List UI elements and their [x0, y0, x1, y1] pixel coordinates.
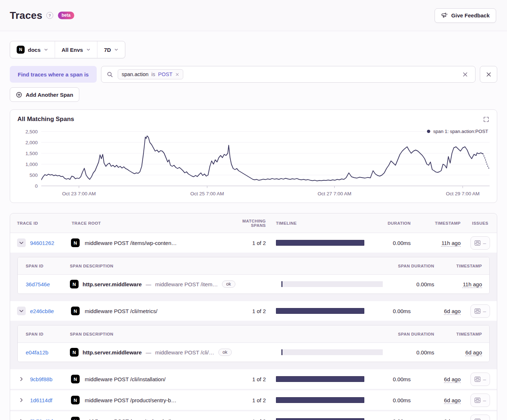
issues-empty-dash: – — [483, 418, 486, 420]
nextjs-icon: N — [17, 46, 25, 54]
timestamp-value[interactable]: 6d ago — [444, 397, 461, 403]
span-status-badge: ok — [218, 349, 232, 356]
beta-badge: beta — [58, 12, 74, 19]
span-timestamp-value[interactable]: 11h ago — [463, 281, 482, 287]
filter-token-operator: is — [151, 71, 155, 77]
span-id-link[interactable]: 36d7546e — [26, 281, 50, 287]
trace-root-label: middleware POST /cli/installation/ — [85, 376, 165, 382]
nextjs-icon: N — [70, 348, 79, 357]
remove-token-icon[interactable] — [175, 72, 179, 76]
issues-empty-dash: – — [483, 308, 486, 314]
span-search-input[interactable]: span.action is POST — [101, 66, 475, 83]
duration-value: 0.00ms — [374, 308, 414, 314]
chart-x-axis: Oct 23 7:00 AMOct 25 7:00 AMOct 27 7:00 … — [41, 190, 490, 199]
trace-root-label: middleware POST /product/sentry-b… — [85, 397, 176, 403]
clear-search-button[interactable] — [461, 70, 470, 79]
table-row[interactable]: 5b72a6bf N middleware POST /security-leg… — [10, 411, 497, 420]
matching-spans-value: 1 of 2 — [237, 240, 266, 246]
issues-button[interactable]: – — [470, 394, 490, 407]
expand-chevron-button[interactable] — [17, 307, 26, 315]
span-subtable-wrap: SPAN ID SPAN DESCRIPTION SPAN DURATION T… — [10, 321, 497, 368]
table-row[interactable]: e246cb8e N middleware POST /cli/metrics/… — [10, 301, 497, 321]
span-status-badge: ok — [222, 280, 235, 288]
fullscreen-button[interactable] — [482, 115, 490, 124]
span-timeline-bar[interactable] — [281, 349, 383, 355]
span-timestamp-value[interactable]: 6d ago — [465, 349, 482, 355]
environment-selector[interactable]: All Envs — [55, 41, 97, 58]
issues-button[interactable]: – — [470, 415, 490, 420]
issues-button[interactable]: – — [470, 373, 490, 386]
timestamp-value[interactable]: 6d ago — [444, 418, 461, 420]
span-row[interactable]: 36d7546e N http.server.middleware — midd… — [18, 275, 489, 294]
span-timeline-tick — [281, 281, 282, 287]
filter-token[interactable]: span.action is POST — [118, 69, 183, 79]
trace-id-link[interactable]: 9cb9f88b — [30, 376, 53, 382]
timestamp-value[interactable]: 6d ago — [444, 376, 461, 382]
trace-group: 1d6114df N middleware POST /product/sent… — [10, 390, 497, 410]
duration-value: 0.00ms — [374, 418, 414, 420]
y-tick-label: 2,500 — [25, 129, 38, 134]
col-span-timestamp: TIMESTAMP — [437, 264, 489, 268]
span-duration-value: 0.00ms — [386, 349, 437, 355]
matching-spans-value: 1 of 2 — [237, 308, 266, 314]
col-span-description: SPAN DESCRIPTION — [70, 264, 278, 268]
span-id-link[interactable]: e04fa12b — [26, 349, 49, 355]
chevron-down-icon — [19, 240, 24, 245]
help-icon[interactable]: ? — [46, 12, 53, 19]
add-another-span-button[interactable]: Add Another Span — [10, 87, 79, 102]
chart-legend: span 1: span.action:POST — [427, 129, 488, 134]
x-tick-label: Oct 23 7:00 AM — [62, 191, 96, 196]
x-tick-label: Oct 27 7:00 AM — [318, 191, 351, 196]
trace-id-link[interactable]: 1d6114df — [30, 397, 52, 403]
date-range-selector-label: 7D — [104, 47, 111, 53]
span-subtable: SPAN ID SPAN DESCRIPTION SPAN DURATION T… — [17, 325, 490, 362]
issues-empty-dash: – — [483, 240, 486, 246]
timestamp-value[interactable]: 6d ago — [444, 308, 461, 314]
trace-id-link[interactable]: 5b72a6bf — [30, 418, 53, 420]
chevron-down-icon — [19, 308, 24, 313]
timeline-bar[interactable] — [276, 418, 364, 420]
table-row[interactable]: 1d6114df N middleware POST /product/sent… — [10, 390, 497, 410]
timeline-bar[interactable] — [276, 397, 364, 403]
x-tick-label: Oct 25 7:00 AM — [190, 191, 224, 196]
expand-chevron-button[interactable] — [17, 238, 26, 247]
expand-chevron-button[interactable] — [17, 396, 26, 404]
nextjs-icon: N — [71, 396, 80, 404]
timestamp-value[interactable]: 11h ago — [441, 240, 461, 246]
issues-button[interactable]: – — [470, 236, 490, 250]
table-row[interactable]: 9cb9f88b N middleware POST /cli/installa… — [10, 369, 497, 389]
col-timestamp: TIMESTAMP — [414, 221, 464, 225]
chart-plot-area[interactable]: Oct 23 7:00 AMOct 25 7:00 AMOct 27 7:00 … — [41, 129, 490, 199]
matching-spans-value: 1 of 2 — [237, 376, 266, 382]
page-title: Traces — [10, 10, 42, 21]
expand-chevron-button[interactable] — [17, 417, 26, 420]
trace-root-label: middleware POST /security-legal-pii… — [85, 418, 176, 420]
timeline-bar[interactable] — [276, 376, 364, 382]
issues-icon — [474, 419, 481, 420]
remove-span-row-button[interactable] — [480, 66, 497, 83]
span-timeline-bar[interactable] — [281, 281, 383, 287]
col-trace-root: TRACE ROOT — [71, 221, 237, 225]
span-op-label: http.server.middleware — [83, 281, 142, 287]
project-selector[interactable]: N docs — [10, 41, 55, 58]
table-row[interactable]: 94601262 N middleware POST /items/wp-con… — [10, 233, 497, 253]
timeline-bar[interactable] — [276, 308, 364, 314]
trace-group: 5b72a6bf N middleware POST /security-leg… — [10, 411, 497, 420]
timeline-bar[interactable] — [276, 240, 364, 246]
span-duration-value: 0.00ms — [386, 281, 437, 287]
subtable-header-row: SPAN ID SPAN DESCRIPTION SPAN DURATION T… — [18, 257, 489, 275]
issues-icon — [474, 240, 481, 246]
span-row[interactable]: e04fa12b N http.server.middleware — midd… — [18, 343, 489, 362]
legend-dot — [427, 130, 430, 133]
col-span-id: SPAN ID — [18, 332, 70, 336]
chevron-down-icon — [114, 47, 118, 52]
trace-id-link[interactable]: 94601262 — [30, 240, 54, 246]
nextjs-icon: N — [70, 280, 79, 288]
col-span-id: SPAN ID — [18, 264, 70, 268]
date-range-selector[interactable]: 7D — [97, 41, 125, 58]
trace-id-link[interactable]: e246cb8e — [30, 308, 54, 314]
expand-chevron-button[interactable] — [17, 375, 26, 383]
issues-icon — [474, 377, 481, 382]
give-feedback-button[interactable]: Give Feedback — [435, 8, 496, 23]
issues-button[interactable]: – — [470, 304, 490, 318]
